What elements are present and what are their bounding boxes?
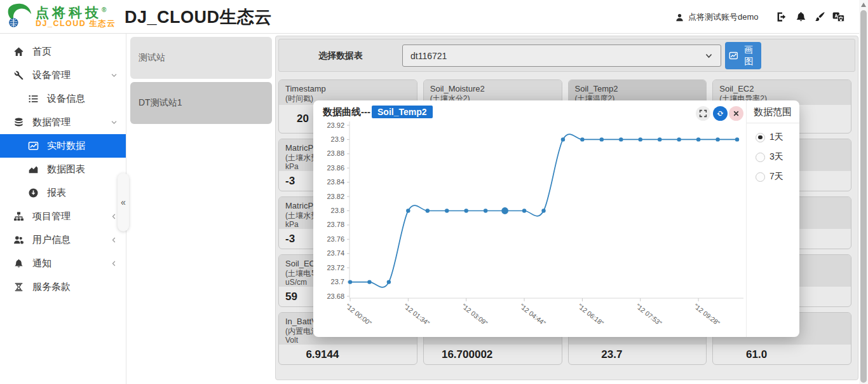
scrollbar-up-arrow[interactable] [861,3,866,7]
svg-text:23.68: 23.68 [327,292,344,300]
line-chart-canvas: 23.9223.923.8823.8623.8423.8223.823.7823… [313,118,747,337]
sidebar-item-label: 服务条款 [32,281,71,293]
station-card-test[interactable]: 测试站 [130,37,272,79]
radio-icon [756,172,765,182]
chevron-left-icon [111,213,118,220]
sidebar-item-data-charts[interactable]: 数据图表 [0,158,126,181]
chevron-down-icon [111,119,118,126]
svg-text:23.74: 23.74 [327,249,344,257]
station-list: 测试站 DT测试站1 [127,34,275,384]
chevron-down-icon [111,72,118,79]
chevron-left-icon [111,260,118,267]
svg-text:23.72: 23.72 [327,264,344,271]
range-option-1day[interactable]: 1天 [756,132,799,143]
range-panel: 数据范围 1天 3天 7天 [747,100,799,337]
range-option-3day[interactable]: 3天 [756,151,799,163]
users-icon [13,235,24,245]
brand-subtitle: DJ_CLOUD 生态云 [36,20,116,29]
home-icon [13,46,24,57]
chart-zone: 数据曲线---Soil_Temp2 23.9223.923.8823.8623.… [313,100,747,337]
data-table-select-value: dt116721 [410,51,447,61]
station-card-dt-test1[interactable]: DT测试站1 [130,82,272,124]
line-chart[interactable]: 23.9223.923.8823.8623.8423.8223.823.7823… [313,118,747,337]
select-caret-icon [705,51,713,60]
svg-text:23.78: 23.78 [327,221,344,228]
range-option-label: 7天 [770,171,783,182]
account-name: 点将测试账号demo [688,11,759,23]
sidebar-item-device-info[interactable]: 设备信息 [0,87,126,111]
sidebar-item-data-mgmt[interactable]: 数据管理 [0,111,126,134]
sidebar-item-label: 通知 [32,257,51,270]
translate-icon[interactable] [832,11,844,23]
data-curve-modal: 数据曲线---Soil_Temp2 23.9223.923.8823.8623.… [313,100,799,337]
registered-mark: ® [102,6,106,13]
range-panel-title: 数据范围 [747,100,799,123]
app-root: 点将科技® DJ_CLOUD 生态云 DJ_CLOUD生态云 点将测试账号dem… [0,0,868,384]
sidebar-item-label: 实时数据 [47,140,85,152]
draw-chart-button[interactable]: 画图 [725,42,761,69]
sidebar-item-home[interactable]: 首页 [0,40,126,64]
sidebar-item-notifications[interactable]: 通知 [0,252,126,275]
sidebar-item-user-info[interactable]: 用户信息 [0,228,126,252]
range-option-7day[interactable]: 7天 [756,171,799,182]
sidebar-item-project-mgmt[interactable]: 项目管理 [0,205,126,228]
svg-text:"12 09:28": "12 09:28" [693,302,722,327]
range-option-label: 1天 [770,132,783,143]
svg-text:"12 03:09": "12 03:09" [460,302,489,327]
brand-name: 点将科技® [36,5,116,20]
svg-text:23.76: 23.76 [327,235,344,243]
draw-chart-label: 画图 [740,45,757,67]
tools-icon [13,70,24,81]
sitemap-icon [13,211,24,222]
sidebar-item-label: 数据图表 [47,163,85,175]
page-title: DJ_CLOUD生态云 [125,6,272,29]
data-table-select[interactable]: dt116721 [402,45,721,67]
sidebar-item-terms[interactable]: 服务条款 [0,275,126,299]
top-header: 点将科技® DJ_CLOUD 生态云 DJ_CLOUD生态云 点将测试账号dem… [0,0,868,34]
svg-text:23.9: 23.9 [331,135,344,143]
collapse-icon: « [121,197,126,207]
svg-text:23.82: 23.82 [327,193,344,200]
chart-line-icon [28,141,39,151]
range-option-label: 3天 [770,151,783,163]
sidebar-item-realtime-data[interactable]: 实时数据 [0,134,126,158]
sidebar-item-label: 设备管理 [32,69,71,81]
brush-icon[interactable] [814,11,826,23]
sidebar-item-device-mgmt[interactable]: 设备管理 [0,64,126,87]
sidebar-collapse-handle[interactable]: « [118,173,129,231]
radio-icon [756,133,765,142]
svg-text:"12 01:34": "12 01:34" [402,302,431,327]
list-icon [28,93,39,104]
logout-icon[interactable] [776,11,788,23]
report-icon [28,188,39,198]
terms-icon [13,282,24,292]
database-icon [13,117,24,128]
sidebar-item-reports[interactable]: 报表 [0,181,126,205]
account-menu[interactable]: 点将测试账号demo [675,11,759,23]
page-scrollbar [859,0,868,384]
user-icon [675,13,684,22]
chart-line-icon [729,51,738,60]
svg-text:23.84: 23.84 [327,178,344,186]
modal-title: 数据曲线---Soil_Temp2 [323,106,433,118]
card-value: 16.700002 [424,345,562,364]
svg-text:23.92: 23.92 [327,121,344,129]
sidebar-nav: 首页 设备管理 设备信息 数据管理 实时数据 数据图表 报表 [0,34,126,384]
logo-swirl-icon [4,2,34,31]
sidebar-item-label: 项目管理 [32,210,71,223]
card-value: 6.9144 [279,345,417,364]
bell-icon [13,258,24,269]
svg-text:"12 06:18": "12 06:18" [576,302,606,327]
bell-icon[interactable] [795,11,807,23]
data-table-toolbar: 选择数据表 dt116721 画图 [278,39,855,72]
svg-text:23.88: 23.88 [327,149,344,157]
svg-text:23.86: 23.86 [327,164,344,172]
chevron-left-icon [111,237,118,243]
scrollbar-thumb[interactable] [860,10,867,383]
chart-area-icon [28,164,39,175]
svg-text:23.8: 23.8 [331,207,344,214]
sidebar-item-label: 首页 [32,46,51,58]
select-table-label: 选择数据表 [318,50,363,62]
series-chip: Soil_Temp2 [372,106,433,118]
svg-text:"12 04:44": "12 04:44" [519,302,548,327]
